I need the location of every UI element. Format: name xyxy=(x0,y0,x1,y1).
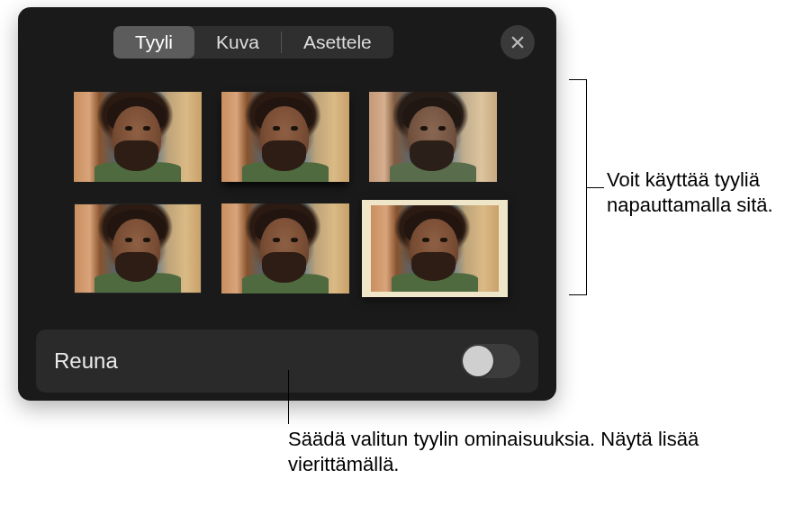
border-row: Reuna xyxy=(36,330,538,393)
border-toggle[interactable] xyxy=(461,344,520,378)
tabs-group: Tyyli Kuva Asettele xyxy=(113,26,393,59)
callout-bracket xyxy=(569,79,587,295)
tab-bar: Tyyli Kuva Asettele xyxy=(18,7,556,67)
close-button[interactable] xyxy=(501,25,535,59)
tab-image[interactable]: Kuva xyxy=(194,26,281,59)
tab-arrange[interactable]: Asettele xyxy=(282,26,393,59)
style-option-3[interactable] xyxy=(369,92,497,182)
style-option-1[interactable] xyxy=(74,92,202,182)
style-grid xyxy=(18,67,556,313)
format-panel: Tyyli Kuva Asettele Reu xyxy=(18,7,556,401)
tab-style[interactable]: Tyyli xyxy=(113,26,194,59)
style-option-6[interactable] xyxy=(362,200,508,297)
callout-line xyxy=(288,370,289,424)
style-option-2[interactable] xyxy=(221,92,349,182)
style-option-5[interactable] xyxy=(221,203,349,294)
toggle-knob xyxy=(463,346,493,376)
style-option-4[interactable] xyxy=(74,203,202,294)
callout-properties-hint: Säädä valitun tyylin ominaisuuksia. Näyt… xyxy=(288,427,812,477)
border-label: Reuna xyxy=(54,348,118,374)
close-icon xyxy=(510,34,526,50)
callout-styles-hint: Voit käyttää tyyliä napauttamalla sitä. xyxy=(607,167,812,218)
